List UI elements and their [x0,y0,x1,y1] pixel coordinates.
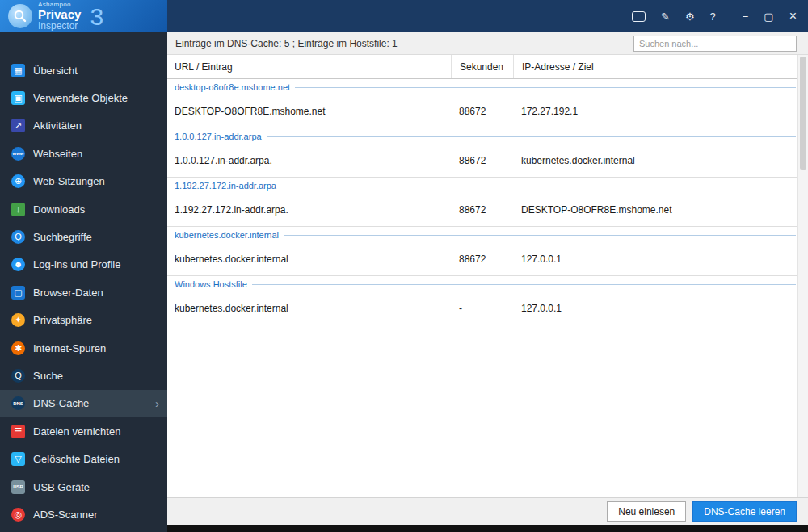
cell-url: DESKTOP-O8OFR8E.mshome.net [167,106,451,117]
brand-version: 3 [90,3,103,31]
sidebar-item-label: Downloads [33,203,159,216]
sidebar-item-privatsphaere[interactable]: ✦ Privatsphäre › [0,307,167,334]
uebersicht-icon: ▦ [11,64,25,77]
cell-seconds: 88672 [451,155,513,166]
group-header-row: kubernetes.docker.internal [167,227,797,243]
table-body: desktop-o8ofr8e.mshome.net DESKTOP-O8OFR… [167,79,797,325]
statusbar: Einträge im DNS-Cache: 5 ; Einträge im H… [167,32,808,55]
search-input[interactable] [633,36,797,52]
sidebar-item-suche[interactable]: Q Suche › [0,362,167,389]
group-header-label: Windows Hostsfile [175,279,247,289]
sidebar-item-downloads[interactable]: ↓ Downloads › [0,195,167,223]
group-header-label: 1.192.27.172.in-addr.arpa [175,181,276,191]
cell-ip: 127.0.0.1 [513,253,797,265]
table-row[interactable]: kubernetes.docker.internal - 127.0.0.1 [167,292,797,325]
sidebar-item-ads-scanner[interactable]: ◎ ADS-Scanner › [0,501,167,528]
settings-icon[interactable]: ⚙ [685,11,695,22]
sidebar-item-webseiten[interactable]: www Webseiten › [0,140,167,167]
suchbegriffe-icon: Q [11,230,25,244]
scrollbar-thumb[interactable] [800,57,806,170]
cell-url: 1.0.0.127.in-addr.arpa. [167,155,451,166]
app-body: ▦ Übersicht › ▣ Verwendete Objekte › ↗ A… [0,32,808,532]
table-row[interactable]: 1.0.0.127.in-addr.arpa. 88672 kubernetes… [167,145,797,178]
sidebar-item-verwendete-objekte[interactable]: ▣ Verwendete Objekte › [0,84,167,111]
sidebar-item-logins-und-profile[interactable]: ☻ Log-ins und Profile › [0,251,167,279]
downloads-icon: ↓ [11,203,25,216]
table-row[interactable]: kubernetes.docker.internal 88672 127.0.0… [167,243,797,276]
sidebar-item-label: Suchbegriffe [33,231,159,243]
cell-ip: DESKTOP-O8OFR8E.mshome.net [513,204,797,216]
dns-cache-icon: DNS [11,396,25,410]
group-header-line [284,235,796,236]
sidebar-item-browser-daten[interactable]: ▢ Browser-Daten › [0,279,167,306]
group-header-line [295,87,796,88]
close-icon[interactable]: × [789,10,797,23]
aktivitaeten-icon: ↗ [11,119,25,132]
table-row[interactable]: 1.192.27.172.in-addr.arpa. 88672 DESKTOP… [167,194,797,227]
dns-cache-table: URL / Eintrag Sekunden IP-Adresse / Ziel… [167,55,808,497]
group-header-line [281,186,796,186]
sidebar-item-label: Übersicht [33,65,159,77]
sidebar-item-usb-geraete[interactable]: USB USB Geräte › [0,473,167,501]
group-header-label: 1.0.0.127.in-addr.arpa [175,132,262,141]
column-header-seconds[interactable]: Sekunden [451,55,513,78]
cell-seconds: 88672 [451,204,513,216]
sidebar-item-aktivitaeten[interactable]: ↗ Aktivitäten › [0,112,167,140]
cell-seconds: - [451,303,513,314]
sidebar-item-label: Webseiten [33,148,159,160]
magnifier-logo-icon [8,4,32,28]
group-header-row: desktop-o8ofr8e.mshome.net [167,79,797,95]
sidebar-item-label: Log-ins und Profile [33,258,159,270]
app-window: Ashampoo Privacy Inspector 3 ···✎⚙?−▢× ▦… [0,0,808,532]
clear-dns-cache-button[interactable]: DNS-Cache leeren [692,501,797,522]
bottom-buttonbar: Neu einlesen DNS-Cache leeren [167,497,808,525]
sidebar: ▦ Übersicht › ▣ Verwendete Objekte › ↗ A… [0,32,167,532]
footer-strip [167,525,808,532]
sidebar-item-label: Verwendete Objekte [33,92,159,104]
sidebar-item-label: Aktivitäten [33,119,159,132]
survey-icon[interactable]: ✎ [661,11,670,22]
column-header-ip[interactable]: IP-Adresse / Ziel [513,55,797,78]
sidebar-item-label: Internet-Spuren [33,342,159,354]
cell-ip: 172.27.192.1 [513,106,797,117]
sidebar-item-label: Browser-Daten [33,287,159,299]
sidebar-item-suchbegriffe[interactable]: Q Suchbegriffe › [0,223,167,250]
group-header-line [267,136,796,137]
group-header-row: Windows Hostsfile [167,276,797,292]
feedback-icon[interactable]: ··· [632,11,646,22]
cell-url: 1.192.27.172.in-addr.arpa. [167,204,451,216]
sidebar-item-dateien-vernichten[interactable]: ☰ Dateien vernichten › [0,417,167,445]
dateien-vernichten-icon: ☰ [11,425,25,438]
sidebar-item-geloeschte-dateien[interactable]: ▽ Gelöschte Dateien › [0,445,167,472]
titlebar-icons: ···✎⚙?−▢× [167,0,808,32]
chevron-right-icon: › [155,396,159,410]
group-header-line [252,284,796,285]
sidebar-item-label: USB Geräte [33,481,159,493]
ads-scanner-icon: ◎ [11,508,25,522]
help-icon[interactable]: ? [710,11,716,22]
group-header-label: kubernetes.docker.internal [175,230,279,240]
sidebar-item-internet-spuren[interactable]: ✱ Internet-Spuren › [0,334,167,362]
cell-url: kubernetes.docker.internal [167,303,451,314]
logins-und-profile-icon: ☻ [11,258,25,271]
main-panel: Einträge im DNS-Cache: 5 ; Einträge im H… [167,32,808,532]
sidebar-item-web-sitzungen[interactable]: ⊕ Web-Sitzungen › [0,168,167,195]
minimize-icon[interactable]: − [743,11,749,22]
suche-icon: Q [11,369,25,383]
maximize-icon[interactable]: ▢ [764,11,773,22]
sidebar-item-label: Dateien vernichten [33,425,159,438]
cell-url: kubernetes.docker.internal [167,253,451,265]
browser-daten-icon: ▢ [11,286,25,300]
cell-seconds: 88672 [451,106,513,117]
group-header-row: 1.0.0.127.in-addr.arpa [167,128,797,145]
reload-button[interactable]: Neu einlesen [607,501,686,522]
column-header-url[interactable]: URL / Eintrag [167,55,451,78]
sidebar-item-label: Privatsphäre [33,314,159,326]
vertical-scrollbar[interactable] [797,55,808,497]
sidebar-item-label: ADS-Scanner [33,509,159,521]
internet-spuren-icon: ✱ [11,341,25,355]
cell-ip: 127.0.0.1 [513,303,797,314]
table-row[interactable]: DESKTOP-O8OFR8E.mshome.net 88672 172.27.… [167,95,797,128]
sidebar-item-dns-cache[interactable]: DNS DNS-Cache › [0,390,167,417]
sidebar-item-uebersicht[interactable]: ▦ Übersicht › [0,57,167,84]
